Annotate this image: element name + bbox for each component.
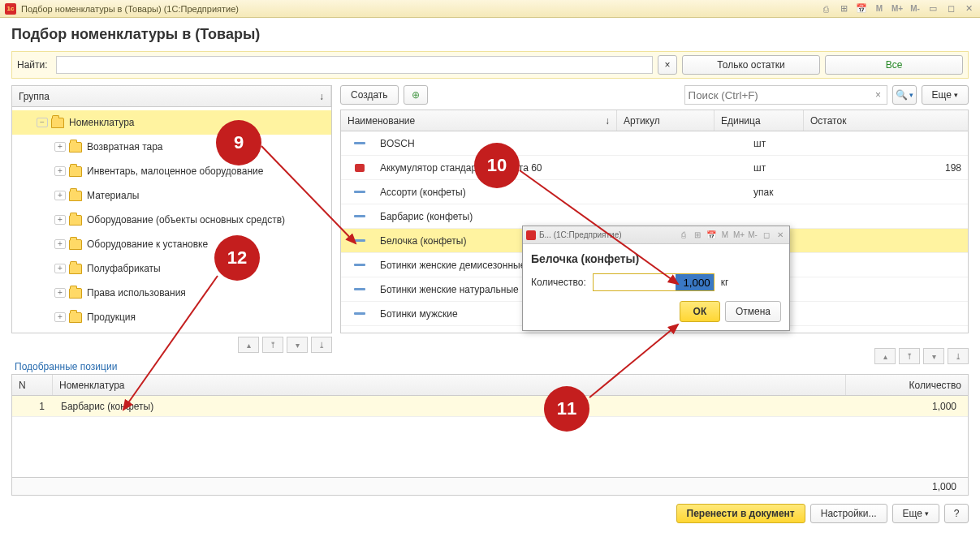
footer-more-button[interactable]: Еще ▾: [892, 504, 939, 523]
right-toolbar: Создать ⊕ × 🔍 Еще ▾: [340, 85, 969, 105]
settings-button[interactable]: Настройки...: [810, 504, 887, 523]
maximize-icon[interactable]: ◻: [944, 2, 957, 15]
page-top-button[interactable]: ⤒: [899, 348, 920, 364]
page-down-button[interactable]: ▾: [923, 348, 944, 364]
expand-icon[interactable]: +: [54, 312, 66, 322]
d-mplus-icon[interactable]: M+: [733, 230, 745, 241]
group-header[interactable]: Группа ↓: [12, 86, 331, 106]
d-close-icon[interactable]: ✕: [775, 230, 786, 241]
cell-name: BOSCH: [373, 138, 650, 149]
tree-item-label: Материалы: [87, 190, 139, 201]
all-button[interactable]: Все: [825, 55, 963, 75]
only-stock-button[interactable]: Только остатки: [682, 55, 820, 75]
tree-item-label: Инвентарь, малоценное оборудование: [87, 165, 263, 177]
selected-row[interactable]: 1 Барбарис (конфеты) 1,000: [12, 396, 968, 417]
m-minus-icon[interactable]: M-: [909, 2, 922, 15]
annotation-12: 12: [214, 235, 260, 281]
search-clear-icon[interactable]: ×: [870, 89, 887, 101]
d-mminus-icon[interactable]: M-: [747, 230, 758, 241]
cell-unit: шт: [747, 162, 836, 174]
item-icon: [354, 264, 365, 266]
create-folder-button[interactable]: ⊕: [404, 85, 428, 105]
tree-item-label: Продукция: [87, 312, 136, 323]
d-restore-icon[interactable]: ◻: [761, 230, 772, 241]
qty-input[interactable]: [593, 273, 714, 291]
tree-item[interactable]: +Оборудование (объекты основных средств): [12, 208, 331, 232]
page-down-button[interactable]: ▾: [287, 337, 308, 353]
sort-icon: ↓: [319, 91, 324, 102]
cell-rest: 198: [836, 162, 968, 174]
col-nomenclature[interactable]: Номенклатура: [53, 375, 846, 395]
help-button[interactable]: ?: [944, 504, 969, 523]
right-pager: ▴ ⤒ ▾ ⤓: [874, 345, 969, 367]
tree-item[interactable]: +Полуфабрикаты: [12, 256, 331, 281]
expand-icon[interactable]: +: [54, 142, 66, 152]
item-icon: [354, 191, 365, 193]
m-icon[interactable]: M: [873, 2, 886, 15]
expand-icon[interactable]: +: [54, 191, 66, 200]
tree-item[interactable]: +Инвентарь, малоценное оборудование: [12, 159, 331, 183]
search-box[interactable]: ×: [684, 85, 887, 105]
tree-item-label: Права использования: [87, 287, 186, 299]
calendar-icon[interactable]: 📅: [855, 2, 868, 15]
tree-item[interactable]: +Продукция: [12, 305, 331, 329]
grid-row[interactable]: BOSCHшт: [341, 131, 968, 156]
expand-icon[interactable]: +: [54, 264, 66, 273]
expand-icon[interactable]: +: [54, 288, 66, 298]
expand-icon[interactable]: +: [54, 215, 66, 225]
col-n[interactable]: N: [12, 375, 53, 395]
d-cal-icon[interactable]: 📅: [706, 230, 717, 241]
transfer-button[interactable]: Перенести в документ: [676, 504, 805, 523]
annotation-11: 11: [544, 386, 589, 432]
total-row: 1,000: [12, 477, 968, 495]
page-up-button[interactable]: ▴: [874, 348, 896, 364]
tree-item[interactable]: +Права использования: [12, 281, 331, 305]
col-unit[interactable]: Единица: [714, 110, 804, 131]
tree-item-label: Полуфабрикаты: [87, 263, 161, 274]
group-header-label: Группа: [19, 91, 50, 102]
expand-icon[interactable]: +: [54, 239, 66, 249]
page-top-button[interactable]: ⤒: [262, 337, 283, 353]
unit-label: кг: [721, 277, 729, 288]
page-bottom-button[interactable]: ⤓: [948, 348, 969, 364]
tree-root-label: Номенклатура: [69, 117, 135, 128]
find-clear-button[interactable]: ×: [658, 55, 677, 75]
more-button[interactable]: Еще ▾: [922, 85, 969, 105]
group-panel: Группа ↓ − Номенклатура +Возвратная тара…: [11, 85, 332, 333]
tree-item[interactable]: +Возвратная тара: [12, 135, 331, 159]
app-logo: 1с: [5, 3, 16, 15]
col-article[interactable]: Артикул: [617, 110, 714, 131]
collapse-icon[interactable]: −: [37, 118, 48, 127]
m-plus-icon[interactable]: M+: [891, 2, 904, 15]
folder-icon: [69, 142, 82, 153]
create-button[interactable]: Создать: [340, 85, 399, 105]
page-up-button[interactable]: ▴: [238, 337, 259, 353]
close-icon[interactable]: ✕: [962, 2, 975, 15]
d-print-icon[interactable]: ⎙: [678, 230, 689, 241]
search-input[interactable]: [685, 86, 870, 104]
grid-row[interactable]: Ассорти (конфеты)упак: [341, 180, 968, 204]
find-input[interactable]: [56, 56, 653, 74]
row-n: 1: [12, 401, 53, 412]
tree-item[interactable]: +Оборудование к установке: [12, 232, 331, 256]
dialog-item-name: Белочка (конфеты): [531, 252, 781, 265]
page-bottom-button[interactable]: ⤓: [311, 337, 332, 353]
folder-icon: [69, 264, 82, 274]
print-icon[interactable]: ⎙: [819, 2, 832, 15]
d-m-icon[interactable]: M: [719, 230, 731, 241]
tree-item[interactable]: +Материалы: [12, 183, 331, 208]
tree-root[interactable]: − Номенклатура: [12, 110, 331, 135]
ok-button[interactable]: ОК: [680, 301, 720, 322]
col-quantity[interactable]: Количество: [846, 375, 968, 395]
find-label: Найти:: [17, 59, 48, 71]
expand-icon[interactable]: +: [54, 166, 66, 176]
d-calc-icon[interactable]: ⊞: [692, 230, 703, 241]
cancel-button[interactable]: Отмена: [725, 301, 781, 322]
search-options-button[interactable]: 🔍: [892, 85, 917, 105]
minimize-icon[interactable]: ▭: [926, 2, 939, 15]
grid-row[interactable]: Аккумулятор стандартный Варта 60шт198: [341, 156, 968, 180]
annotation-10: 10: [474, 143, 520, 188]
col-rest[interactable]: Остаток: [804, 110, 968, 131]
calc-icon[interactable]: ⊞: [837, 2, 850, 15]
col-name[interactable]: Наименование↓: [341, 110, 617, 131]
